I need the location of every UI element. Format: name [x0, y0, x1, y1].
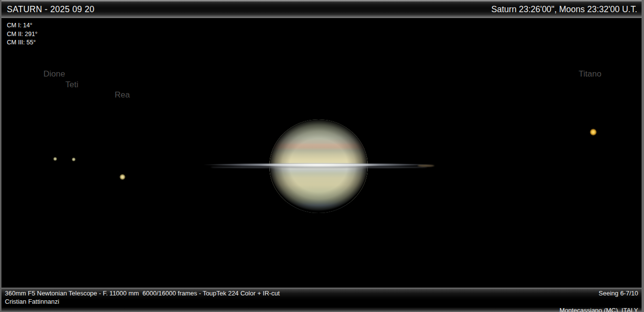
author-name: Cristian Fattinnanzi	[5, 298, 59, 305]
saturn-rings-glare	[258, 163, 381, 168]
saturn-rings-right-tip	[418, 165, 434, 167]
moon-titano	[590, 129, 597, 136]
cm1-value: CM I: 14°	[7, 21, 38, 30]
seeing-rating: Seeing 6-7/10	[599, 290, 638, 297]
moon-label-titano: Titano	[579, 69, 602, 79]
capture-times: Saturn 23:26'00", Moons 23:32'00 U.T.	[491, 4, 637, 15]
location-group: Montecassiano (MC), ITALY 43°21'57"N 13°…	[542, 297, 638, 312]
footer-row-author: Cristian Fattinnanzi Montecassiano (MC),…	[5, 297, 638, 312]
equipment-info: 360mm F5 Newtonian Telescope - F. 11000 …	[5, 290, 280, 297]
astrophoto-canvas: SATURN - 2025 09 20 Saturn 23:26'00", Mo…	[0, 0, 644, 312]
cm2-value: CM II: 291°	[7, 30, 38, 39]
moon-label-dione: Dione	[43, 69, 65, 79]
frame-border-right	[642, 0, 644, 312]
footer-row-equipment: 360mm F5 Newtonian Telescope - F. 11000 …	[5, 290, 638, 297]
cm3-value: CM III: 55°	[7, 39, 38, 47]
moon-rea	[120, 174, 125, 180]
header-bar: SATURN - 2025 09 20 Saturn 23:26'00", Mo…	[0, 0, 644, 18]
central-meridian-readout: CM I: 14° CM II: 291° CM III: 55°	[7, 21, 38, 47]
moon-dione	[53, 157, 57, 161]
moon-label-rea: Rea	[115, 90, 130, 100]
footer-bar: 360mm F5 Newtonian Telescope - F. 11000 …	[0, 288, 644, 312]
moon-teti	[72, 157, 76, 161]
frame-border-left	[0, 0, 1, 312]
image-title: SATURN - 2025 09 20	[7, 4, 95, 15]
moon-label-teti: Teti	[65, 80, 78, 90]
location-name: Montecassiano (MC), ITALY	[560, 307, 638, 312]
